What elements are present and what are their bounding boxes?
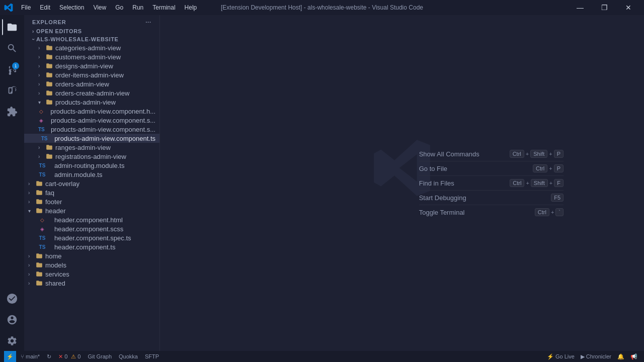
folder-icon: [35, 261, 43, 269]
tree-item-admin.module.ts[interactable]: TSadmin.module.ts: [24, 170, 159, 179]
folder-icon: [45, 98, 53, 106]
tree-item-models[interactable]: ›models: [24, 260, 159, 269]
statusbar-left: ⚡ ⑂ main* ↻ ✕ 0 ⚠ 0 Git Graph Quokka SFT…: [4, 351, 162, 362]
start-debugging-row: Start Debugging F5: [419, 191, 564, 205]
tree-item-home[interactable]: ›home: [24, 251, 159, 260]
scss-icon: ◈: [38, 225, 46, 233]
tree-item-footer[interactable]: ›footer: [24, 197, 159, 206]
minimize-button[interactable]: —: [569, 0, 592, 15]
tree-item-label: products-admin-view.component.ts: [54, 135, 155, 142]
branch-status-item[interactable]: ⑂ main*: [18, 351, 42, 362]
folder-chevron: ▾: [38, 100, 44, 105]
git-branch-icon: ⑂: [21, 353, 24, 359]
tree-item-header.component.ts[interactable]: TSheader.component.ts: [24, 242, 159, 251]
tree-item-services[interactable]: ›services: [24, 269, 159, 279]
feedback-status-item[interactable]: 📢: [628, 351, 640, 362]
folder-icon: [35, 179, 43, 188]
bell-icon: 🔔: [617, 353, 624, 360]
chronicler-status-item[interactable]: ▶ Chronicler: [578, 351, 614, 362]
tree-item-label: products-admin-view.component.h...: [50, 108, 155, 115]
extensions-activity-icon[interactable]: [2, 102, 22, 122]
menu-selection[interactable]: Selection: [55, 3, 88, 12]
find-in-files-label[interactable]: Find in Files: [419, 179, 454, 187]
folder-chevron: ›: [28, 181, 34, 187]
tree-item-registrations-admin-view[interactable]: ›registrations-admin-view: [24, 152, 159, 161]
tree-item-orders-create-admin-view[interactable]: ›orders-create-admin-view: [24, 88, 159, 98]
menu-edit[interactable]: Edit: [36, 3, 54, 12]
tree-item-admin-routing.module.ts[interactable]: TSadmin-routing.module.ts: [24, 161, 159, 170]
tree-item-shared[interactable]: ›shared: [24, 279, 159, 288]
settings-activity-icon[interactable]: [2, 331, 22, 351]
accounts-activity-icon[interactable]: [2, 310, 22, 330]
explorer-header: Explorer ···: [24, 15, 159, 27]
ts-icon: TS: [38, 161, 46, 169]
sidebar-header-actions[interactable]: ···: [145, 19, 151, 25]
tree-item-products-admin-view.component.spec.ts[interactable]: TSproducts-admin-view.component.s...: [24, 125, 159, 134]
folder-chevron: ›: [28, 190, 34, 196]
show-all-commands-label[interactable]: Show All Commands: [419, 150, 479, 158]
run-debug-activity-icon[interactable]: [2, 80, 22, 101]
git-graph-status-item[interactable]: Git Graph: [85, 351, 114, 362]
vscode-logo: [4, 3, 13, 12]
tree-item-products-admin-view[interactable]: ▾products-admin-view: [24, 98, 159, 107]
tree-item-header.component.spec.ts[interactable]: TSheader.component.spec.ts: [24, 233, 159, 242]
menu-terminal[interactable]: Terminal: [148, 3, 179, 12]
maximize-button[interactable]: ❐: [593, 0, 616, 15]
tree-item-cart-overlay[interactable]: ›cart-overlay: [24, 179, 159, 188]
menu-view[interactable]: View: [89, 3, 110, 12]
remote-status-item[interactable]: ⚡: [4, 351, 16, 362]
tree-item-products-admin-view.component.h[interactable]: ◇products-admin-view.component.h...: [24, 107, 159, 116]
menu-help[interactable]: Help: [181, 3, 201, 12]
tree-item-header.component.scss[interactable]: ◈header.component.scss: [24, 224, 159, 233]
tree-item-products-admin-view.component.ts[interactable]: TSproducts-admin-view.component.ts: [24, 134, 159, 143]
open-editors-section[interactable]: › Open Editors: [24, 27, 159, 35]
go-live-icon: ⚡: [547, 353, 554, 360]
explorer-activity-icon[interactable]: [2, 17, 22, 37]
tree-item-categories-admin-view[interactable]: ›categories-admin-view: [24, 43, 159, 52]
toggle-terminal-row: Toggle Terminal Ctrl + `: [419, 205, 564, 219]
tree-item-label: order-items-admin-view: [55, 71, 124, 79]
workspace-section[interactable]: › ALS-WHOLESALE-WEBSITE: [24, 35, 159, 43]
menu-run[interactable]: Run: [128, 3, 147, 12]
folder-icon: [45, 71, 53, 79]
menu-go[interactable]: Go: [111, 3, 127, 12]
html-icon: ◇: [38, 216, 46, 224]
tree-item-label: header.component.html: [54, 216, 123, 224]
tree-item-ranges-admin-view[interactable]: ›ranges-admin-view: [24, 143, 159, 152]
window-title: [Extension Development Host] - als-whole…: [221, 4, 423, 11]
close-button[interactable]: ✕: [617, 0, 640, 15]
folder-chevron: ›: [38, 45, 44, 51]
quokka-status-item[interactable]: Quokka: [116, 351, 140, 362]
workspace-chevron: ›: [31, 38, 36, 40]
sync-status-item[interactable]: ↻: [44, 351, 54, 362]
tree-item-customers-admin-view[interactable]: ›customers-admin-view: [24, 52, 159, 61]
go-to-file-label[interactable]: Go to File: [419, 165, 447, 172]
tree-item-orders-admin-view[interactable]: ›orders-admin-view: [24, 79, 159, 88]
folder-icon: [35, 252, 43, 260]
tree-item-label: categories-admin-view: [55, 44, 121, 52]
toggle-terminal-label[interactable]: Toggle Terminal: [419, 209, 465, 216]
tree-item-label: orders-create-admin-view: [55, 89, 129, 97]
tree-item-products-admin-view.component.s[interactable]: ◈products-admin-view.component.s...: [24, 116, 159, 125]
tree-item-header.component.html[interactable]: ◇header.component.html: [24, 215, 159, 224]
errors-status-item[interactable]: ✕ 0 ⚠ 0: [56, 351, 83, 362]
spec-icon: TS: [38, 234, 46, 242]
tree-item-header[interactable]: ▾header: [24, 206, 159, 215]
go-live-status-item[interactable]: ⚡ Go Live: [544, 351, 577, 362]
folder-chevron: ›: [38, 81, 44, 87]
menu-file[interactable]: File: [17, 3, 35, 12]
notifications-status-item[interactable]: 🔔: [615, 351, 627, 362]
folder-chevron: ›: [28, 253, 34, 259]
tree-item-order-items-admin-view[interactable]: ›order-items-admin-view: [24, 70, 159, 79]
tree-item-designs-admin-view[interactable]: ›designs-admin-view: [24, 61, 159, 70]
remote-explorer-activity-icon[interactable]: [2, 289, 22, 309]
folder-chevron: ›: [38, 90, 44, 96]
sftp-status-item[interactable]: SFTP: [142, 351, 162, 362]
start-debugging-label[interactable]: Start Debugging: [419, 194, 466, 202]
folder-chevron: ›: [28, 272, 34, 277]
search-activity-icon[interactable]: [2, 38, 22, 58]
source-control-activity-icon[interactable]: 1: [2, 59, 22, 79]
folder-chevron: ›: [38, 72, 44, 78]
tree-item-label: services: [45, 270, 69, 278]
tree-item-faq[interactable]: ›faq: [24, 188, 159, 197]
